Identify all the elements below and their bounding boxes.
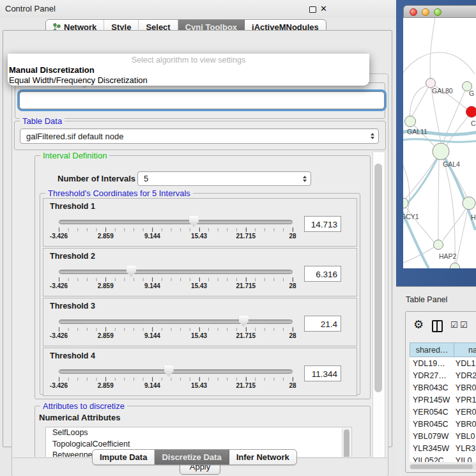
cell-name[interactable]: YDR2 (452, 371, 476, 380)
attributes-list-scrollbar[interactable] (342, 428, 351, 457)
slider-track[interactable] (59, 220, 293, 224)
slider-track[interactable] (59, 319, 293, 324)
slider-thumb[interactable] (164, 365, 174, 377)
network-node-green[interactable] (434, 240, 443, 250)
number-of-intervals-combo[interactable]: 5 (137, 171, 311, 186)
slider-thumb[interactable] (189, 216, 199, 227)
threshold-value-field[interactable]: 6.316 (304, 266, 341, 282)
threshold-slider[interactable]: -3.4262.8599.14415.4321.71528 (59, 264, 293, 293)
network-view-panel: GAL80GCGAL11GAL4GCY1HHAP2 (396, 0, 476, 286)
restore-window-icon[interactable] (309, 6, 316, 13)
cell-name[interactable]: YLR3 (452, 444, 476, 453)
slider-thumb[interactable] (239, 316, 249, 327)
slider-tick-label: 21.715 (236, 382, 256, 389)
network-window-titlebar[interactable] (403, 5, 476, 18)
column-header-shared[interactable]: shared… (410, 342, 454, 357)
threshold-value-field[interactable]: 14.713 (304, 216, 341, 232)
table-data-group: Table Data galFiltered.sif default node (14, 121, 386, 150)
table-data-combo[interactable]: galFiltered.sif default node (20, 128, 379, 144)
network-node-red[interactable] (466, 107, 476, 118)
attribute-item[interactable]: TopologicalCoefficient (46, 439, 351, 450)
table-row[interactable]: YIL052CYIL0 (410, 454, 476, 462)
table-row[interactable]: YBL079WYBL0 (410, 430, 476, 442)
cell-shared-name[interactable]: YPR145W (410, 395, 452, 404)
table-row[interactable]: YLR345WYLR3 (410, 442, 476, 454)
cell-name[interactable]: YPR1 (452, 395, 476, 404)
gear-icon[interactable]: ⚙ (413, 319, 424, 330)
tab-impute-data[interactable]: Impute Data (93, 450, 155, 464)
table-row[interactable]: YDL19…YDL1 (410, 357, 476, 369)
cell-shared-name[interactable]: YIL052C (410, 456, 452, 463)
cell-name[interactable]: YIL0 (452, 456, 476, 463)
thresholds-group-title: Threshold's Coordinates for 5 Intervals (45, 188, 193, 198)
cell-shared-name[interactable]: YER054C (410, 408, 452, 417)
checkbox-icon[interactable]: ☑ (460, 320, 468, 330)
slider-major-tick (246, 377, 247, 381)
algorithm-combo[interactable] (19, 91, 385, 109)
network-node-green[interactable] (463, 197, 475, 210)
cell-name[interactable]: YBR0 (452, 383, 476, 392)
node-table-card: ⚙ ☑ ☑ shared… na YDL19…YDL1YDR27…YDR2YBR… (405, 311, 476, 473)
slider-track[interactable] (59, 270, 293, 274)
table-row[interactable]: YBR043CYBR0 (410, 381, 476, 394)
thresholds-group: Threshold's Coordinates for 5 Intervals … (40, 193, 360, 395)
tab-infer-network[interactable]: Infer Network (229, 450, 296, 464)
settings-scrollbar-thumb[interactable] (374, 164, 382, 392)
zoom-traffic-light[interactable] (434, 8, 441, 16)
discretize-tab-content: Discretization Algorithm Table Data galF… (12, 73, 388, 476)
network-node-green[interactable] (433, 143, 449, 160)
slider-major-tick (152, 327, 153, 332)
cell-shared-name[interactable]: YDL19… (410, 359, 452, 368)
attribute-item[interactable]: SelfLoops (46, 427, 351, 439)
threshold-slider[interactable]: -3.4262.8599.14415.4321.71528 (59, 214, 293, 243)
table-row[interactable]: YBR045CYBR0 (410, 418, 476, 430)
cell-shared-name[interactable]: YLR345W (410, 444, 452, 453)
threshold-slider[interactable]: -3.4262.8599.14415.4321.71528 (59, 364, 293, 393)
slider-major-tick (152, 227, 153, 232)
slider-major-tick (246, 277, 247, 282)
checkbox-icon[interactable]: ☑ (450, 320, 458, 330)
table-row[interactable]: YER054CYER0 (410, 406, 476, 418)
algorithm-option[interactable]: Equal Width/Frequency Discretization (9, 75, 371, 86)
network-node-green[interactable] (403, 198, 408, 208)
table-header-row: shared… na (410, 342, 476, 357)
threshold-slider[interactable]: -3.4262.8599.14415.4321.71528 (59, 314, 293, 343)
network-node-green[interactable] (450, 263, 460, 269)
network-canvas[interactable]: GAL80GCGAL11GAL4GCY1HHAP2 (403, 18, 476, 268)
settings-scrollbar[interactable] (372, 151, 385, 458)
slider-major-tick (59, 227, 59, 232)
cell-shared-name[interactable]: YBL079W (410, 432, 452, 441)
table-row[interactable]: YDR27…YDR2 (410, 369, 476, 381)
slider-track[interactable] (59, 369, 293, 374)
cell-shared-name[interactable]: YBR043C (410, 383, 452, 392)
threshold-value-field[interactable]: 11.344 (304, 365, 341, 381)
cell-shared-name[interactable]: YBR045C (410, 420, 452, 429)
table-hscrollbar[interactable] (410, 464, 476, 470)
slider-thumb[interactable] (127, 266, 136, 277)
cell-name[interactable]: YER0 (452, 408, 476, 417)
table-panel: Table Panel ⚙ ☑ ☑ shared… na YDL19…YDL1Y… (396, 286, 476, 476)
tab-label: Infer Network (236, 452, 289, 462)
slider-tick-label: 15.43 (191, 282, 207, 289)
threshold-panel: Threshold 4-3.4262.8599.14415.4321.71528… (43, 348, 357, 396)
cell-name[interactable]: YDL1 (452, 359, 476, 368)
tab-discretize-data[interactable]: Discretize Data (155, 450, 229, 464)
cell-name[interactable]: YBR0 (452, 420, 476, 429)
slider-major-tick (105, 377, 106, 381)
threshold-panel: Threshold 3-3.4262.8599.14415.4321.71528… (43, 298, 357, 346)
slider-major-tick (199, 377, 200, 381)
threshold-value-field[interactable]: 21.4 (304, 316, 341, 332)
cell-shared-name[interactable]: YDR27… (410, 371, 452, 380)
table-row[interactable]: YPR145WYPR1 (410, 394, 476, 406)
column-header-name[interactable]: na (454, 342, 476, 357)
slider-major-tick (293, 227, 293, 232)
slider-tick-label: 21.715 (236, 282, 256, 289)
cell-name[interactable]: YBL0 (452, 432, 476, 441)
slider-major-tick (246, 327, 247, 332)
close-icon[interactable]: ✕ (320, 4, 327, 13)
algorithm-option[interactable]: Manual Discretization (9, 65, 371, 75)
split-columns-icon[interactable] (432, 320, 443, 332)
minimize-traffic-light[interactable] (422, 8, 429, 16)
network-node-green[interactable] (405, 116, 416, 127)
close-traffic-light[interactable] (410, 8, 417, 16)
